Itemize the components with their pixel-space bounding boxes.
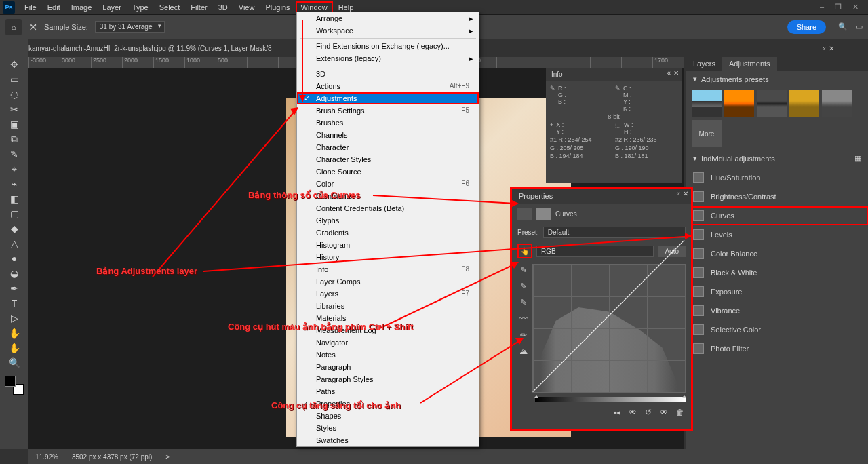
menu-item-adjustments[interactable]: ✓Adjustments <box>297 92 479 104</box>
tool-20[interactable]: 🔍 <box>5 355 24 370</box>
channel-select[interactable]: RGB <box>536 246 654 257</box>
grid-view-icon[interactable]: ▦ <box>854 154 861 163</box>
menu-select[interactable]: Select <box>154 1 186 14</box>
menu-item-brush-settings[interactable]: Brush SettingsF5 <box>297 104 479 117</box>
menu-item-gradients[interactable]: Gradients <box>297 227 479 239</box>
tool-17[interactable]: ▷ <box>5 311 24 326</box>
foreground-background-colors[interactable] <box>5 376 24 395</box>
panel-close-icon[interactable]: ✕ <box>829 45 834 52</box>
more-presets-button[interactable]: More <box>692 120 722 147</box>
tool-3[interactable]: ✂ <box>5 102 24 117</box>
menu-item-actions[interactable]: ActionsAlt+F9 <box>297 80 479 92</box>
menu-item-paragraph[interactable]: Paragraph <box>297 361 479 373</box>
menu-item-character-styles[interactable]: Character Styles <box>297 153 479 166</box>
eyedropper-gray-icon[interactable]: ✎ <box>517 280 530 292</box>
tool-1[interactable]: ▭ <box>5 72 24 87</box>
panel-close-icon[interactable]: ✕ <box>673 69 679 77</box>
preset-select[interactable]: Default <box>543 227 686 238</box>
reset-icon[interactable]: ↺ <box>645 408 652 417</box>
menu-item-styles[interactable]: Styles <box>297 422 479 434</box>
tool-12[interactable]: △ <box>5 236 24 251</box>
menu-item-shapes[interactable]: Shapes <box>297 410 479 422</box>
menu-item-arrange[interactable]: Arrange <box>297 12 479 24</box>
chevron-down-icon[interactable]: ▾ <box>693 154 697 163</box>
menu-item-histogram[interactable]: Histogram <box>297 239 479 251</box>
tool-14[interactable]: ◒ <box>5 266 24 281</box>
menu-item-history[interactable]: History <box>297 251 479 263</box>
tab-adjustments[interactable]: Adjustments <box>722 57 777 71</box>
menu-type[interactable]: Type <box>127 1 154 14</box>
menu-item-paragraph-styles[interactable]: Paragraph Styles <box>297 373 479 385</box>
menu-item-info[interactable]: InfoF8 <box>297 263 479 275</box>
preset-thumb[interactable] <box>692 90 722 117</box>
menu-item-paths[interactable]: Paths <box>297 385 479 398</box>
menu-item-notes[interactable]: Notes <box>297 349 479 361</box>
tool-0[interactable]: ✥ <box>5 57 24 72</box>
panel-collapse-icon[interactable]: « <box>667 69 671 77</box>
sample-size-select[interactable]: 31 by 31 Average <box>95 21 165 33</box>
maximize-button[interactable]: ❐ <box>835 3 842 12</box>
tool-19[interactable]: ✋ <box>5 341 24 355</box>
menu-item-channels[interactable]: Channels <box>297 129 479 141</box>
tool-2[interactable]: ◌ <box>5 87 24 102</box>
menu-item-workspace[interactable]: Workspace <box>297 24 479 37</box>
menu-item-content-credentials-beta-[interactable]: Content Credentials (Beta) <box>297 202 479 214</box>
smooth-icon[interactable]: ⛰ <box>517 345 530 357</box>
tool-7[interactable]: ⌖ <box>5 161 24 176</box>
adjustment-selective-color[interactable]: Selective Color <box>686 320 868 339</box>
menu-item-brushes[interactable]: Brushes <box>297 117 479 129</box>
adjustment-color-balance[interactable]: Color Balance <box>686 244 868 263</box>
tool-18[interactable]: ✋ <box>5 326 24 341</box>
tool-15[interactable]: ✒ <box>5 281 24 296</box>
menu-filter[interactable]: Filter <box>185 1 212 14</box>
eyedropper-icon[interactable]: ⤧ <box>28 20 37 33</box>
menu-item-3d[interactable]: 3D <box>297 68 479 80</box>
menu-item-extensions-legacy-[interactable]: Extensions (legacy) <box>297 52 479 64</box>
adjustment-curves[interactable]: Curves <box>686 206 868 225</box>
targeted-adjustment-tool[interactable]: 👆 <box>517 244 532 258</box>
menu-item-navigator[interactable]: Navigator <box>297 336 479 349</box>
tool-6[interactable]: ✎ <box>5 147 24 161</box>
status-arrow-icon[interactable]: > <box>165 453 170 461</box>
tool-10[interactable]: ▢ <box>5 206 24 221</box>
adjustment-hue-saturation[interactable]: Hue/Saturation <box>686 168 868 187</box>
menu-item-layer-comps[interactable]: Layer Comps <box>297 275 479 288</box>
preset-thumb[interactable] <box>757 90 787 117</box>
adjustment-levels[interactable]: Levels <box>686 225 868 244</box>
curves-graph[interactable] <box>532 264 686 393</box>
menu-edit[interactable]: Edit <box>42 1 66 14</box>
curve-point-tool[interactable]: 〰 <box>517 313 530 325</box>
menu-item-find-extensions-on-exchange-legacy-[interactable]: Find Extensions on Exchange (legacy)... <box>297 40 479 52</box>
tool-13[interactable]: ● <box>5 251 24 266</box>
search-icon[interactable]: 🔍 <box>838 22 848 31</box>
document-tab[interactable]: kamyar-ghalamchi-AmuzHI_2r-k-unsplash.jp… <box>28 45 272 52</box>
eyedropper-white-icon[interactable]: ✎ <box>517 296 530 309</box>
panel-collapse-icon[interactable]: « <box>676 190 680 197</box>
menu-item-character[interactable]: Character <box>297 141 479 153</box>
menu-file[interactable]: File <box>19 1 42 14</box>
adjustment-black-white[interactable]: Black & White <box>686 263 868 282</box>
menu-item-clone-source[interactable]: Clone Source <box>297 166 479 178</box>
menu-layer[interactable]: Layer <box>97 1 127 14</box>
tool-4[interactable]: ▣ <box>5 117 24 132</box>
close-button[interactable]: ✕ <box>852 3 859 12</box>
preset-thumb[interactable] <box>822 90 852 117</box>
adjustment-vibrance[interactable]: Vibrance <box>686 301 868 320</box>
clip-icon[interactable]: ▪◂ <box>614 408 620 417</box>
view-previous-icon[interactable]: 👁 <box>660 408 668 417</box>
zoom-level[interactable]: 11.92% <box>35 453 58 461</box>
visibility-icon[interactable]: 👁 <box>629 408 637 417</box>
menu-plugins[interactable]: Plugins <box>260 1 295 14</box>
menu-image[interactable]: Image <box>66 1 98 14</box>
home-icon[interactable]: ⌂ <box>5 19 22 35</box>
eyedropper-black-icon[interactable]: ✎ <box>517 264 530 276</box>
preset-thumb[interactable] <box>724 90 754 117</box>
adjustment-photo-filter[interactable]: Photo Filter <box>686 339 868 358</box>
tool-8[interactable]: ⌁ <box>5 176 24 191</box>
panel-close-icon[interactable]: ✕ <box>683 190 688 197</box>
delete-icon[interactable]: 🗑 <box>676 408 684 417</box>
menu-3d[interactable]: 3D <box>213 1 233 14</box>
curve-pencil-tool[interactable]: ✏ <box>517 329 530 341</box>
input-gradient[interactable] <box>535 397 686 402</box>
tool-11[interactable]: ◆ <box>5 221 24 236</box>
